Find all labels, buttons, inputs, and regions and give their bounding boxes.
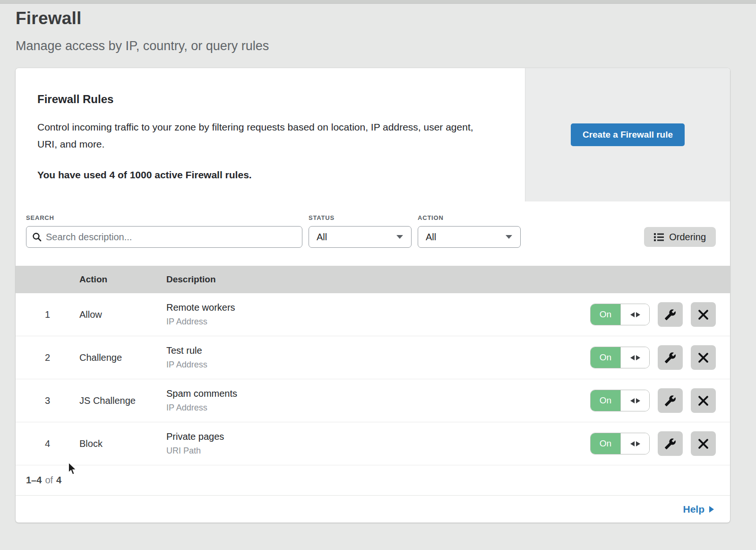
rules-description: Control incoming traffic to your zone by… (37, 119, 491, 153)
rule-enable-toggle[interactable]: On (590, 304, 650, 325)
rule-match-type: IP Address (166, 403, 590, 413)
page-title: Firewall (16, 9, 756, 28)
rule-controls: On (590, 388, 730, 413)
help-link-label: Help (683, 504, 704, 515)
rule-description-cell: Remote workers IP Address (166, 302, 590, 327)
toggle-on-label[interactable]: On (591, 390, 620, 411)
delete-rule-button[interactable] (691, 302, 716, 327)
rule-action: Challenge (79, 352, 166, 363)
wrench-icon (664, 352, 676, 364)
page-subtitle: Manage access by IP, country, or query r… (16, 39, 756, 53)
create-rule-panel: Create a Firewall rule (525, 68, 730, 201)
toggle-on-label[interactable]: On (591, 433, 620, 454)
edit-rule-button[interactable] (658, 302, 683, 327)
column-action: Action (79, 274, 166, 285)
pagination: 1–4 of 4 (16, 465, 730, 496)
rule-description: Remote workers (166, 302, 590, 313)
delete-rule-button[interactable] (691, 345, 716, 370)
close-icon (698, 439, 708, 449)
table-row: 1 Allow Remote workers IP Address On (16, 293, 730, 336)
rule-number: 4 (16, 438, 79, 449)
action-select[interactable]: All (418, 226, 521, 248)
edit-rule-button[interactable] (658, 388, 683, 413)
rule-enable-toggle[interactable]: On (590, 433, 650, 454)
search-input[interactable] (46, 232, 296, 243)
rule-description-cell: Spam comments IP Address (166, 388, 590, 413)
rule-match-type: IP Address (166, 317, 590, 327)
status-label: STATUS (309, 214, 412, 221)
close-icon (698, 353, 708, 363)
rule-action: Allow (79, 309, 166, 320)
table-header: Action Description (16, 266, 730, 293)
wrench-icon (664, 309, 676, 321)
chevron-down-icon (505, 235, 513, 239)
rule-description: Spam comments (166, 388, 590, 399)
search-label: SEARCH (26, 214, 302, 221)
rule-description: Private pages (166, 431, 590, 442)
rules-usage-count: You have used 4 of 1000 active Firewall … (37, 169, 497, 181)
toggle-arrows-icon[interactable] (620, 433, 649, 454)
rule-match-type: IP Address (166, 360, 590, 370)
table-row: 4 Block Private pages URI Path On (16, 422, 730, 465)
table-row: 3 JS Challenge Spam comments IP Address … (16, 379, 730, 422)
rule-match-type: URI Path (166, 446, 590, 456)
pagination-range: 1–4 (26, 475, 42, 486)
rule-controls: On (590, 345, 730, 370)
card-footer: Help (16, 496, 730, 523)
rule-number: 2 (16, 352, 79, 363)
status-selected-value: All (317, 232, 327, 243)
action-label: ACTION (418, 214, 521, 221)
table-row: 2 Challenge Test rule IP Address On (16, 336, 730, 379)
column-description: Description (166, 274, 730, 285)
rule-description-cell: Test rule IP Address (166, 345, 590, 370)
delete-rule-button[interactable] (691, 431, 716, 456)
delete-rule-button[interactable] (691, 388, 716, 413)
pagination-of-label: of (45, 475, 53, 486)
wrench-icon (664, 395, 676, 407)
rule-enable-toggle[interactable]: On (590, 347, 650, 368)
rules-heading: Firewall Rules (37, 93, 497, 106)
close-icon (698, 396, 708, 406)
toggle-on-label[interactable]: On (591, 304, 620, 325)
firewall-rules-card: Firewall Rules Control incoming traffic … (16, 68, 730, 523)
window-top-edge (0, 0, 756, 4)
rule-description-cell: Private pages URI Path (166, 431, 590, 456)
rule-action: Block (79, 438, 166, 449)
page-header: Firewall Manage access by IP, country, o… (0, 4, 756, 53)
action-selected-value: All (426, 232, 436, 243)
search-filter: SEARCH (26, 214, 302, 248)
rule-controls: On (590, 431, 730, 456)
arrow-right-icon (709, 506, 714, 513)
status-filter: STATUS All (309, 214, 412, 248)
close-icon (698, 310, 708, 320)
create-firewall-rule-button[interactable]: Create a Firewall rule (571, 123, 685, 146)
ordering-button[interactable]: Ordering (644, 227, 716, 247)
rule-action: JS Challenge (79, 395, 166, 406)
action-filter: ACTION All (418, 214, 521, 248)
pagination-total: 4 (56, 475, 61, 486)
ordering-button-label: Ordering (669, 232, 706, 243)
chevron-down-icon (396, 235, 404, 239)
rule-number: 3 (16, 395, 79, 406)
rule-number: 1 (16, 309, 79, 320)
status-select[interactable]: All (309, 226, 412, 248)
rules-intro-section: Firewall Rules Control incoming traffic … (16, 68, 730, 201)
edit-rule-button[interactable] (658, 431, 683, 456)
filters-bar: SEARCH STATUS All ACTION All (16, 201, 730, 266)
rule-controls: On (590, 302, 730, 327)
rule-enable-toggle[interactable]: On (590, 390, 650, 411)
ordered-list-icon (654, 233, 664, 241)
edit-rule-button[interactable] (658, 345, 683, 370)
toggle-on-label[interactable]: On (591, 347, 620, 368)
search-icon (32, 232, 42, 242)
rules-intro-text: Firewall Rules Control incoming traffic … (16, 68, 525, 201)
search-box[interactable] (26, 226, 302, 248)
rule-description: Test rule (166, 345, 590, 356)
wrench-icon (664, 438, 676, 450)
toggle-arrows-icon[interactable] (620, 347, 649, 368)
help-link[interactable]: Help (683, 504, 714, 515)
toggle-arrows-icon[interactable] (620, 390, 649, 411)
toggle-arrows-icon[interactable] (620, 304, 649, 325)
filters-spacer (527, 214, 638, 248)
